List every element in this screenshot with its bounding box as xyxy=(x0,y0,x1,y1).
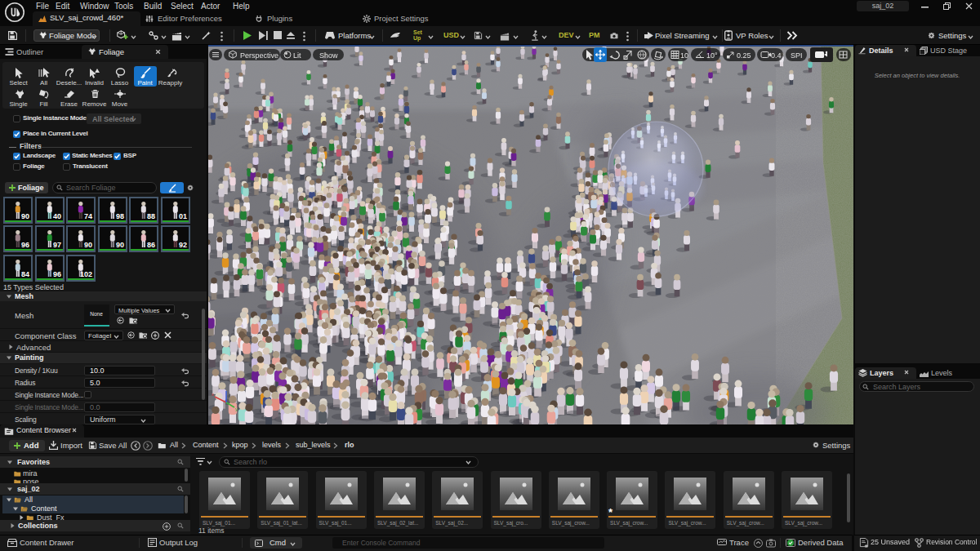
svg-text:102: 102 xyxy=(80,270,92,278)
svg-text:SPI: SPI xyxy=(791,51,803,60)
svg-text:74: 74 xyxy=(84,212,92,220)
svg-text:97: 97 xyxy=(53,241,61,249)
svg-text:84: 84 xyxy=(21,270,29,278)
svg-text:98: 98 xyxy=(116,212,124,220)
svg-text:40: 40 xyxy=(53,212,61,220)
svg-text:x: x xyxy=(212,392,214,397)
svg-text:01: 01 xyxy=(179,212,187,220)
svg-text:88: 88 xyxy=(147,212,155,220)
svg-text:96: 96 xyxy=(21,241,29,249)
svg-text:90: 90 xyxy=(21,212,29,220)
svg-text:0.4: 0.4 xyxy=(771,51,782,60)
svg-text:0.25: 0.25 xyxy=(737,51,751,60)
svg-text:90: 90 xyxy=(116,241,124,249)
svg-text:y: y xyxy=(235,407,238,411)
svg-text:10°: 10° xyxy=(706,51,718,60)
svg-text:90: 90 xyxy=(84,241,92,249)
svg-text:Lit: Lit xyxy=(293,51,301,60)
svg-text:Perspective: Perspective xyxy=(240,51,278,60)
svg-text:Show: Show xyxy=(319,51,338,60)
svg-text:92: 92 xyxy=(179,241,187,249)
svg-text:96: 96 xyxy=(53,270,61,278)
svg-text:10: 10 xyxy=(680,51,688,60)
svg-text:86: 86 xyxy=(147,241,155,249)
